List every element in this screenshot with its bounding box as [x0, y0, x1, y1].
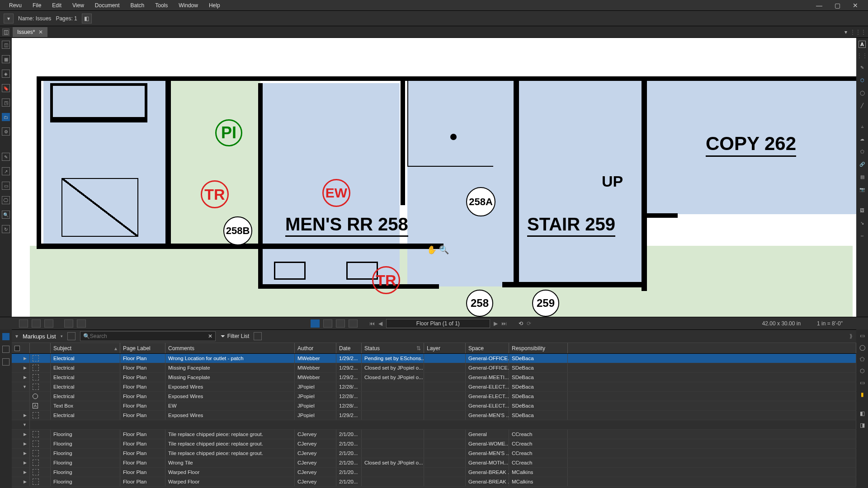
image-tool-icon[interactable]: 🖼 [858, 206, 866, 214]
file-access-icon[interactable]: ◫ [2, 41, 10, 49]
select-tool-button[interactable] [323, 319, 332, 328]
bookmarks-icon[interactable]: 🔖 [2, 84, 10, 92]
filter-button[interactable]: ⏷ Filter List [220, 333, 250, 339]
page-label[interactable]: Floor Plan (1 of 1) [386, 319, 490, 328]
callout-tool-icon[interactable]: ▵ [858, 122, 866, 130]
drawing-canvas[interactable]: MEN'S RR 258 STAIR 259 COPY 262 UP PI TR… [12, 38, 856, 317]
col-subject[interactable]: Subject▴ [51, 343, 120, 353]
menu-tools[interactable]: Tools [150, 0, 173, 11]
col-status[interactable]: Status⇅ [362, 343, 424, 353]
page-nav-1[interactable] [64, 319, 73, 328]
last-page-button[interactable]: ⏭ [501, 320, 507, 327]
table-row[interactable]: ▼ElectricalFloor PlanExposed WiresJPopie… [12, 382, 856, 392]
measure-shape-icon[interactable]: ▭ [858, 379, 866, 386]
search-clear[interactable]: ✕ [208, 333, 212, 339]
panel-toggle-left[interactable]: ◫ [2, 28, 9, 36]
polygon-tool-icon[interactable]: ⬠ [858, 147, 866, 155]
table-row[interactable]: ▶ElectricalFloor PlanExposed WiresJPopie… [12, 411, 856, 420]
pen-tool-icon[interactable]: ✎ [858, 63, 866, 71]
properties-icon[interactable]: ⚙ [2, 127, 10, 136]
layers-icon[interactable]: ◈ [2, 70, 10, 78]
fill-off-icon[interactable]: ◨ [858, 422, 866, 429]
document-tab[interactable]: Issues* ✕ [13, 27, 47, 37]
forms-icon[interactable]: ◳ [2, 99, 10, 107]
col-space[interactable]: Space [466, 343, 509, 353]
col-pagelabel[interactable]: Page Label [120, 343, 165, 353]
text-tool-icon[interactable]: A [859, 41, 866, 48]
table-row[interactable]: ▶FlooringFloor PlanTile replace chipped … [12, 449, 856, 458]
shapes-icon[interactable]: ▭ [2, 182, 10, 190]
col-comments[interactable]: Comments [165, 343, 295, 353]
markups-search[interactable]: 🔍 ✕ [80, 331, 216, 341]
circle-tool-icon[interactable]: ◯ [858, 89, 866, 97]
fill-on-icon[interactable]: ◧ [858, 410, 866, 417]
highlight-tool-icon[interactable]: ⬡ [858, 76, 866, 84]
ellipse-shape-icon[interactable]: ◯ [858, 344, 866, 351]
thumbnails-icon[interactable]: ▦ [2, 55, 10, 63]
signatures-icon[interactable]: ✎ [2, 153, 10, 161]
zoom-button[interactable] [349, 319, 358, 328]
markups-list-icon[interactable] [2, 333, 9, 340]
rect-shape-icon[interactable]: ▭ [858, 332, 866, 339]
studio-icon[interactable]: ↻ [2, 225, 10, 233]
pan-tool-button[interactable] [311, 319, 320, 328]
new-doc-button[interactable]: ▾ [4, 14, 14, 23]
measure-icon[interactable]: ↗ [2, 167, 10, 175]
polyline-shape-icon[interactable]: ⬡ [858, 367, 866, 375]
prev-page-button[interactable]: ◀ [378, 320, 382, 327]
snapshot-tool-icon[interactable]: 📷 [858, 185, 866, 193]
table-row[interactable]: ▶FlooringFloor PlanWrong TileCJervey2/1/… [12, 458, 856, 468]
line-tool-icon[interactable]: ╱ [858, 101, 866, 109]
collapse-panel-button[interactable]: ▾ [15, 333, 18, 339]
markup-tr-1[interactable]: TR [201, 180, 229, 208]
menu-help[interactable]: Help [203, 0, 226, 11]
table-row[interactable]: ▼ [12, 420, 856, 430]
markup-tr-2[interactable]: TR [372, 266, 400, 294]
hide-markups-button[interactable] [67, 332, 75, 340]
table-row[interactable]: ▶FlooringFloor PlanWarped FloorCJervey2/… [12, 477, 856, 487]
panel-expand-button[interactable]: ⟫ [849, 333, 853, 339]
markup-ew[interactable]: EW [322, 179, 350, 207]
link-tool-icon[interactable]: 🔗 [858, 160, 866, 168]
page-nav-2[interactable] [77, 319, 86, 328]
export-button[interactable] [254, 332, 262, 340]
markups-3d-icon[interactable] [2, 346, 9, 353]
sets-icon[interactable]: 🗀 [2, 113, 10, 121]
table-row[interactable]: ▶FlooringFloor PlanWarped FloorCJervey2/… [12, 468, 856, 477]
col-date[interactable]: Date [336, 343, 362, 353]
polygon-shape-icon[interactable]: ⬠ [858, 356, 866, 363]
text-select-button[interactable] [336, 319, 345, 328]
select-all-checkbox[interactable] [14, 346, 20, 351]
menu-edit[interactable]: Edit [47, 0, 67, 11]
col-author[interactable]: Author [295, 343, 336, 353]
menu-batch[interactable]: Batch [125, 0, 150, 11]
table-row[interactable]: ▶FlooringFloor PlanTile replace chipped … [12, 430, 856, 439]
table-row[interactable]: ▶FlooringFloor PlanTile replace chipped … [12, 439, 856, 449]
split-v-button[interactable] [32, 319, 41, 328]
search-icon[interactable]: 🔍 [2, 211, 10, 219]
next-page-button[interactable]: ▶ [494, 320, 498, 327]
table-row[interactable]: ElectricalFloor PlanExposed WiresJPopiel… [12, 392, 856, 401]
table-row[interactable]: ▶ElectricalFloor PlanWrong Location for … [12, 354, 856, 363]
links-icon[interactable]: 🖵 [2, 196, 10, 204]
col-layer[interactable]: Layer [424, 343, 466, 353]
markups-tools-icon[interactable] [2, 358, 9, 366]
prev-view-button[interactable]: ⟲ [519, 320, 523, 327]
arrow-tool-icon[interactable]: ↘ [858, 219, 866, 227]
dimension-tool-icon[interactable]: ↔ [858, 231, 866, 239]
next-view-button[interactable]: ⟳ [527, 320, 531, 327]
markups-rows[interactable]: ▶ElectricalFloor PlanWrong Location for … [12, 354, 856, 488]
search-input[interactable] [90, 333, 208, 339]
menu-document[interactable]: Document [90, 0, 125, 11]
markup-pi[interactable]: PI [215, 119, 242, 146]
tab-close[interactable]: ✕ [38, 29, 43, 35]
single-page-button[interactable] [19, 319, 28, 328]
cloud-tool-icon[interactable]: ☁ [858, 135, 866, 143]
doc-props-button[interactable]: ◧ [82, 14, 92, 23]
menu-revu[interactable]: Revu [4, 0, 27, 11]
col-responsibility[interactable]: Responsibility [509, 343, 568, 353]
markups-menu-dropdown[interactable]: ▾ [61, 334, 63, 338]
window-close[interactable]: ✕ [846, 2, 864, 9]
menu-view[interactable]: View [67, 0, 90, 11]
window-minimize[interactable]: — [810, 2, 828, 9]
